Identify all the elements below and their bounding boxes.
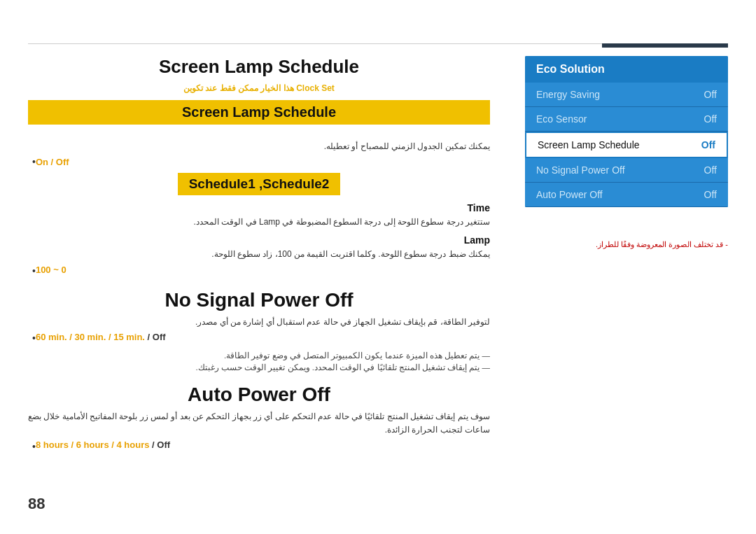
no-signal-title: No Signal Power Off (28, 289, 490, 311)
bullet-dot: • (32, 156, 36, 167)
auto-power-bullet: • (32, 441, 36, 452)
auto-power-options-line: • 8 hours / 6 hours / 4 hours / Off (28, 440, 490, 453)
eco-item-value: Off (704, 164, 717, 176)
screen-lamp-title: Screen Lamp Schedule (28, 56, 490, 78)
no-signal-options-line: • 60 min. / 30 min. / 15 min. / Off (28, 332, 490, 345)
screen-lamp-highlight: Screen Lamp Schedule (28, 100, 490, 125)
eco-menu-item[interactable]: No Signal Power OffOff (525, 158, 728, 183)
schedule-highlight: Schedule1 ,Schedule2 (178, 173, 341, 195)
eco-item-value: Off (701, 139, 715, 150)
auto-power-title: Auto Power Off (28, 384, 490, 406)
sidebar-note: قد تختلف الصورة المعروضة وفقًا للطراز. (525, 240, 728, 249)
clock-set-highlight: Clock Set (296, 83, 335, 93)
right-sidebar: Eco Solution Energy SavingOffEco SensorO… (525, 56, 728, 207)
no-signal-note2: يتم إيقاف تشغيل المنتج تلقائيًا في الوقت… (28, 363, 490, 372)
no-signal-options: 60 min. / 30 min. / 15 min. / Off (36, 332, 166, 342)
auto-power-options: 8 hours / 6 hours / 4 hours / Off (36, 440, 170, 450)
page-number: 88 (28, 495, 45, 513)
eco-menu-items: Energy SavingOffEco SensorOffScreen Lamp… (525, 83, 728, 207)
no-signal-arabic: لتوفير الطاقة، قم بإيقاف تشغيل الجهاز في… (28, 316, 490, 329)
lamp-label: Lamp (28, 234, 490, 246)
lamp-bullet: • (32, 265, 36, 276)
no-signal-note1: يتم تعطيل هذه الميزة عندما يكون الكمبيوت… (28, 351, 490, 360)
eco-item-label: Auto Power Off (536, 189, 603, 200)
eco-menu: Eco Solution Energy SavingOffEco SensorO… (525, 56, 728, 207)
on-off-options: On / Off (36, 157, 69, 167)
eco-menu-item[interactable]: Energy SavingOff (525, 83, 728, 107)
auto-power-arabic: سوف يتم إيقاف تشغيل المنتج تلقائيًا في ح… (28, 410, 490, 437)
eco-menu-item[interactable]: Eco SensorOff (525, 107, 728, 132)
time-arabic: ستتغير درجة سطوع اللوحة إلى درجة السطوع … (28, 216, 490, 229)
clock-set-text: هذا الخيار ممكن فقط عند تكوين (183, 83, 294, 93)
on-off-line: • On / Off (28, 156, 490, 167)
schedule-highlight-wrapper: Schedule1 ,Schedule2 (28, 173, 490, 195)
eco-menu-item[interactable]: Auto Power OffOff (525, 183, 728, 207)
eco-menu-item[interactable]: Screen Lamp ScheduleOff (525, 132, 728, 158)
eco-item-label: Screen Lamp Schedule (538, 139, 640, 150)
eco-item-value: Off (704, 113, 717, 125)
screen-lamp-description: يمكنك تمكين الجدول الزمني للمصباح أو تعط… (28, 140, 490, 153)
lamp-arabic: يمكنك ضبط درجة سطوع اللوحة. وكلما اقتربت… (28, 248, 490, 261)
lamp-range-line: • 100 ~ 0 (28, 265, 490, 278)
dark-bar (602, 43, 728, 48)
eco-item-label: Eco Sensor (536, 113, 587, 125)
left-section: Screen Lamp Schedule Clock Set هذا الخيا… (28, 56, 490, 458)
main-content: Screen Lamp Schedule Clock Set هذا الخيا… (28, 56, 728, 492)
highlight-box-wrapper: Screen Lamp Schedule (28, 100, 490, 133)
screen-lamp-subtitle: Clock Set هذا الخيار ممكن فقط عند تكوين (28, 83, 490, 93)
eco-item-value: Off (704, 189, 717, 200)
eco-item-label: Energy Saving (536, 89, 600, 100)
lamp-range: 100 ~ 0 (36, 265, 66, 275)
time-label: Time (28, 202, 490, 213)
eco-item-label: No Signal Power Off (536, 164, 625, 176)
no-signal-bullet: • (32, 332, 36, 344)
eco-menu-header: Eco Solution (525, 56, 728, 83)
eco-item-value: Off (704, 89, 717, 100)
